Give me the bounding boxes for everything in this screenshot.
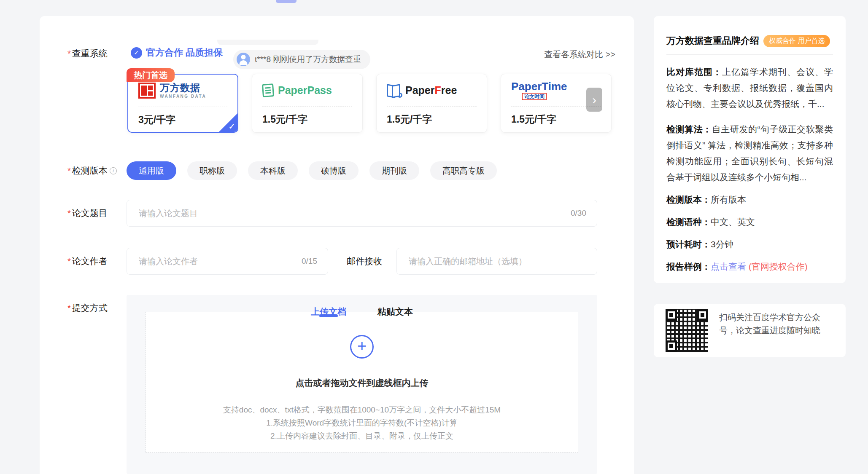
- paper-title-input[interactable]: [127, 200, 597, 227]
- email-input[interactable]: [396, 248, 597, 275]
- shield-check-icon: ✓: [131, 47, 142, 59]
- selected-check-icon: ✓: [228, 122, 235, 131]
- compare-systems-link[interactable]: 查看各系统对比 >>: [544, 49, 615, 60]
- upload-hint-line: 1.系统按照Word字数统计里面的字符数(不计空格)计算: [223, 416, 501, 429]
- upload-dropzone[interactable]: + 点击或者拖动文件到虚线框内上传 支持doc、docx、txt格式，字数范围在…: [146, 312, 578, 453]
- official-badge: ✓ 官方合作 品质担保: [131, 46, 223, 59]
- card-price: 1.5元/千字: [501, 113, 611, 126]
- qr-finder-icon: [697, 309, 708, 321]
- system-card-list: 万方数据 WANFANG DATA 3元/千字 ✓ PaperPass 1.5元…: [127, 74, 612, 133]
- version-pill-benke[interactable]: 本科版: [248, 161, 298, 180]
- report-note: (官网授权合作): [749, 262, 808, 271]
- version-pill-shuobo[interactable]: 硕博版: [309, 161, 359, 180]
- version-pill-zhicheng[interactable]: 职称版: [187, 161, 237, 180]
- paper-author-input[interactable]: [127, 248, 328, 275]
- qr-code: [666, 309, 708, 352]
- carousel-next-button[interactable]: ›: [586, 88, 602, 112]
- submit-method-panel: 上传文档 粘贴文本 + 点击或者拖动文件到虚线框内上传 支持doc、docx、t…: [127, 295, 597, 474]
- qr-finder-icon: [666, 309, 677, 321]
- submit-tabs: 上传文档 粘贴文本: [127, 295, 597, 312]
- system-card-paperfree[interactable]: PaperFree 1.5元/千字: [376, 74, 487, 133]
- intro-paragraph-database: 比对库范围：上亿篇学术期刊、会议、学位论文、专利数据、报纸数据，覆盖国内核心刊物…: [666, 64, 833, 112]
- required-asterisk: *: [67, 165, 71, 176]
- intro-paragraph-algorithm: 检测算法：自主研发的“句子级正交软聚类倒排语义” 算法，检测精准高效；支持多种检…: [666, 121, 833, 185]
- view-report-link[interactable]: 点击查看: [711, 262, 746, 271]
- top-tab-remnant: [276, 0, 297, 3]
- magnifier-icon: [397, 93, 402, 98]
- authority-badge: 权威合作 用户首选: [763, 35, 830, 47]
- upload-hints: 支持doc、docx、txt格式，字数范围在1000~10万字之间，文件大小不超…: [223, 403, 501, 442]
- card-divider: [138, 107, 227, 107]
- card-brand-name: PaperPass: [278, 84, 332, 96]
- divider: [666, 54, 833, 55]
- paperpass-logo: PaperPass: [252, 74, 362, 106]
- fact-duration: 预计耗时：3分钟: [666, 236, 833, 252]
- version-options: 通用版 职称版 本科版 硕博版 期刊版 高职高专版: [127, 161, 497, 180]
- paper-title-field: 0/30: [127, 200, 597, 227]
- required-asterisk: *: [67, 208, 71, 219]
- paper-title-counter: 0/30: [571, 209, 586, 218]
- paper-author-counter: 0/15: [302, 257, 317, 266]
- brand-intro-title: 万方数据查重品牌介绍: [666, 35, 759, 47]
- field-label-submit-method: * 提交方式: [67, 303, 108, 313]
- chevron-right-icon: ›: [592, 93, 596, 107]
- field-label-email: 邮件接收: [347, 256, 382, 267]
- required-asterisk: *: [67, 48, 71, 59]
- official-badge-label: 官方合作 品质担保: [146, 46, 223, 59]
- system-card-wanfang[interactable]: 万方数据 WANFANG DATA 3元/千字 ✓: [127, 74, 238, 133]
- paperpass-logo-icon: [262, 83, 274, 97]
- card-divider: [387, 106, 477, 107]
- paper-author-field: 0/15: [127, 248, 328, 275]
- upload-hint-line: 支持doc、docx、txt格式，字数范围在1000~10万字之间，文件大小不超…: [223, 403, 501, 416]
- brand-intro-panel: 万方数据查重品牌介绍 权威合作 用户首选 比对库范围：上亿篇学术期刊、会议、学位…: [654, 16, 846, 283]
- upload-title: 点击或者拖动文件到虚线框内上传: [296, 377, 429, 389]
- fact-report-sample: 报告样例：点击查看 (官网授权合作): [666, 259, 833, 275]
- hot-badge: 热门首选: [127, 68, 175, 82]
- card-divider: [262, 106, 352, 107]
- field-label-system: * 查重系统: [67, 48, 108, 59]
- upload-hint-line: 2.上传内容建议去除封面、目录、附录，仅上传正文: [223, 429, 501, 442]
- tab-upload-document[interactable]: 上传文档: [311, 306, 346, 312]
- usage-toast: t***8 刚刚使用了万方数据查重: [233, 50, 370, 69]
- qr-finder-icon: [666, 340, 677, 352]
- card-price: 1.5元/千字: [252, 113, 362, 126]
- fact-language: 检测语种：中文、英文: [666, 214, 833, 230]
- system-card-paperpass[interactable]: PaperPass 1.5元/千字: [252, 74, 363, 133]
- required-asterisk: *: [67, 256, 71, 267]
- field-label-version: * 检测版本 i: [67, 165, 117, 176]
- user-avatar-icon: [237, 53, 250, 66]
- paperfree-logo-icon: [387, 84, 401, 96]
- info-icon[interactable]: i: [110, 167, 117, 174]
- card-brand-name: PaperFree: [405, 84, 457, 96]
- card-brand-sub: 论文时间: [522, 93, 547, 100]
- version-pill-tongyong[interactable]: 通用版: [127, 161, 176, 180]
- card-brand-name: PaperTime: [511, 81, 567, 92]
- tab-paste-text[interactable]: 粘贴文本: [377, 306, 413, 312]
- required-asterisk: *: [67, 303, 71, 313]
- usage-toast-text: t***8 刚刚使用了万方数据查重: [255, 54, 361, 65]
- version-pill-qikan[interactable]: 期刊版: [369, 161, 419, 180]
- main-form-panel: * 查重系统 ✓ 官方合作 品质担保 t***8 刚刚使用了万方数据查重 查看各…: [40, 16, 634, 474]
- email-field: [396, 248, 597, 275]
- toast-previous-sliver: [217, 40, 318, 45]
- qr-panel: 扫码关注百度学术官方公众号，论文查重进度随时知晓: [654, 304, 846, 357]
- version-pill-gaozhi[interactable]: 高职高专版: [430, 161, 497, 180]
- paperfree-logo: PaperFree: [377, 74, 487, 106]
- plus-icon[interactable]: +: [350, 335, 374, 359]
- wanfang-logo-icon: [138, 83, 156, 99]
- card-price: 1.5元/千字: [377, 113, 487, 126]
- field-label-paper-author: * 论文作者: [67, 256, 108, 267]
- card-brand-name: 万方数据: [160, 83, 206, 93]
- qr-caption: 扫码关注百度学术官方公众号，论文查重进度随时知晓: [719, 309, 834, 352]
- fact-version: 检测版本：所有版本: [666, 192, 833, 208]
- card-brand-sub: WANFANG DATA: [160, 94, 206, 99]
- field-label-paper-title: * 论文题目: [67, 208, 108, 219]
